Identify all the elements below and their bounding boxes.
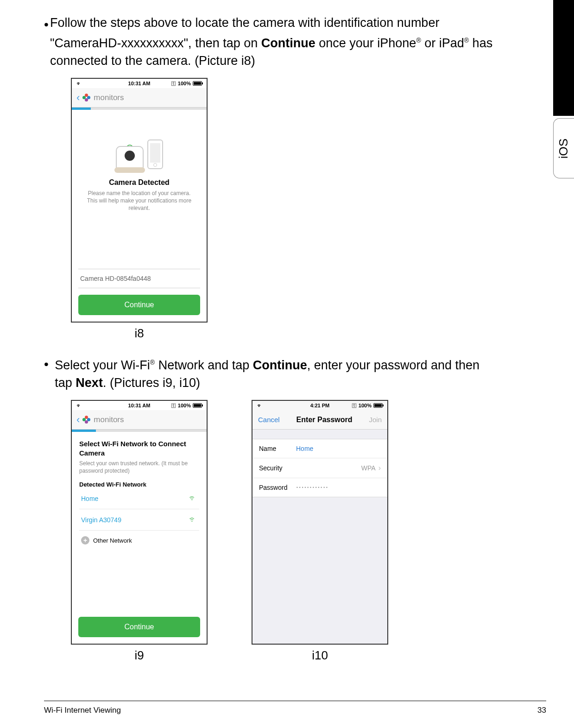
ios-tab-label: iOS — [557, 138, 571, 158]
camera-icon — [116, 146, 144, 169]
bluetooth-icon: ⚿ — [352, 403, 357, 408]
screenshot-i9: ᯤ 10:31 AM ⚿100% ‹ monitors Select Wi-Fi… — [71, 400, 208, 645]
battery-icon — [373, 403, 383, 408]
figure-i8-col: ᯤ 10:31 AM ⚿100% ‹ monitors ⦾ — [71, 78, 208, 341]
battery-icon — [193, 403, 202, 408]
screenshot-i8: ᯤ 10:31 AM ⚿100% ‹ monitors ⦾ — [71, 78, 208, 323]
figure-row-2: ᯤ 10:31 AM ⚿100% ‹ monitors Select Wi-Fi… — [71, 400, 500, 663]
continue-button[interactable]: Continue — [78, 617, 200, 637]
back-chevron-icon[interactable]: ‹ — [76, 92, 80, 104]
page-footer: Wi-Fi Internet Viewing 33 — [44, 701, 546, 715]
content-block: ⦾ Camera Detected Please name the locati… — [72, 110, 207, 261]
status-bar: ᯤ 10:31 AM ⚿100% — [72, 79, 207, 88]
phone-icon — [147, 139, 163, 169]
battery-pct: 100% — [359, 403, 372, 408]
form-list: Name Home Security WPA › Password ••••••… — [252, 439, 387, 497]
status-time: 10:31 AM — [128, 403, 151, 408]
security-label: Security — [259, 464, 296, 472]
chevron-right-icon: › — [378, 464, 381, 472]
security-row[interactable]: Security WPA › — [252, 458, 387, 478]
password-value: •••••••••••• — [296, 486, 328, 490]
network-name: Home — [81, 495, 98, 502]
continue-button[interactable]: Continue — [78, 295, 200, 315]
nav-title: monitors — [94, 415, 124, 424]
page-content: • Follow the steps above to locate the c… — [0, 0, 547, 663]
camera-name-input[interactable]: Camera HD-0854fa0448 — [78, 269, 200, 288]
progress-bar — [72, 430, 207, 432]
name-value: Home — [296, 445, 313, 452]
caption-i9: i9 — [134, 648, 144, 663]
wifi-signal-icon: ᯤ — [189, 515, 197, 525]
bullet-1: • Follow the steps above to locate the c… — [44, 14, 500, 70]
name-row: Name Home — [252, 439, 387, 458]
black-margin-top — [553, 0, 574, 116]
join-button[interactable]: Join — [369, 416, 382, 424]
caption-i10: i10 — [312, 648, 328, 663]
detected-heading: Detected Wi-Fi Network — [79, 481, 199, 488]
status-bar: ᯤ 4:21 PM ⚿100% — [252, 401, 387, 410]
wifi-icon: ᯤ — [76, 403, 82, 408]
name-label: Name — [259, 445, 296, 452]
back-chevron-icon[interactable]: ‹ — [76, 414, 80, 426]
camera-phone-illustration: ⦾ — [105, 123, 174, 169]
figure-i10-col: ᯤ 4:21 PM ⚿100% Cancel Enter Password Jo… — [252, 400, 388, 663]
caption-i8: i8 — [134, 326, 144, 341]
network-name: Virgin A30749 — [81, 516, 121, 524]
nav-bar: ‹ monitors — [72, 410, 207, 430]
other-network-label: Other Network — [93, 537, 132, 544]
status-bar: ᯤ 10:31 AM ⚿100% — [72, 401, 207, 410]
progress-bar — [72, 108, 207, 110]
security-value: WPA — [361, 464, 376, 472]
detected-title: Camera Detected — [109, 178, 170, 187]
bullet-2-text: Select your Wi-Fi® Network and tap Conti… — [55, 354, 500, 392]
password-label: Password — [259, 484, 296, 491]
bullet-dot: • — [44, 14, 50, 70]
battery-icon — [193, 81, 202, 86]
app-logo-icon — [82, 94, 91, 102]
network-row-virgin[interactable]: Virgin A30749 ᯤ — [79, 509, 199, 531]
password-row[interactable]: Password •••••••••••• — [252, 478, 387, 497]
bluetooth-icon: ⚿ — [171, 403, 176, 408]
status-time: 10:31 AM — [128, 81, 151, 86]
screenshot-i10: ᯤ 4:21 PM ⚿100% Cancel Enter Password Jo… — [252, 400, 388, 645]
bluetooth-icon: ⚿ — [171, 81, 176, 86]
footer-title: Wi-Fi Internet Viewing — [44, 706, 121, 715]
figure-row-1: ᯤ 10:31 AM ⚿100% ‹ monitors ⦾ — [71, 78, 500, 341]
bullet-dot: • — [44, 354, 55, 392]
wifi-signal-icon: ᯤ — [189, 494, 197, 503]
nav-bar: Cancel Enter Password Join — [252, 410, 387, 430]
network-row-home[interactable]: Home ᯤ — [79, 488, 199, 509]
nav-title: monitors — [94, 93, 124, 102]
plus-icon: + — [81, 536, 89, 544]
detected-subtitle: Please name the location of your camera.… — [72, 190, 207, 212]
figure-i9-col: ᯤ 10:31 AM ⚿100% ‹ monitors Select Wi-Fi… — [71, 400, 208, 663]
app-logo-icon — [82, 416, 91, 424]
ios-side-tab: iOS — [553, 118, 574, 178]
select-subtitle: Select your own trusted network. (It mus… — [79, 460, 199, 475]
bullet-1-text: Follow the steps above to locate the cam… — [50, 14, 500, 70]
nav-bar: ‹ monitors — [72, 88, 207, 108]
other-network-row[interactable]: + Other Network — [79, 531, 199, 550]
content-block: Select Wi-Fi Network to Connect Camera S… — [72, 432, 207, 550]
battery-pct: 100% — [178, 403, 191, 408]
status-time: 4:21 PM — [310, 403, 330, 408]
footer-page-number: 33 — [537, 706, 546, 715]
battery-pct: 100% — [178, 81, 191, 86]
wifi-icon: ᯤ — [76, 81, 82, 86]
nav-title: Enter Password — [296, 416, 353, 424]
wifi-icon: ᯤ — [257, 403, 262, 408]
cancel-button[interactable]: Cancel — [258, 416, 280, 424]
select-title: Select Wi-Fi Network to Connect Camera — [79, 439, 199, 458]
bullet-2: • Select your Wi-Fi® Network and tap Con… — [44, 354, 500, 392]
